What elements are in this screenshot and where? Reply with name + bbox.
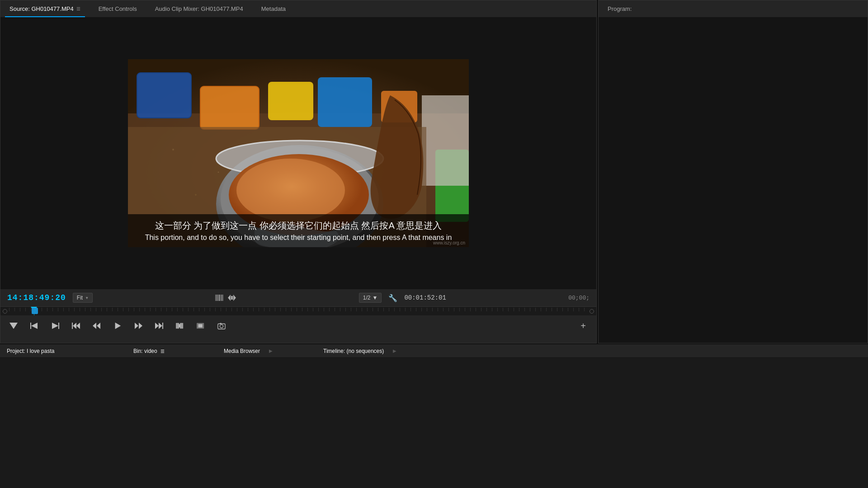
controls-bar: 14:18:49:20 Fit ▼ (0, 289, 596, 343)
timeline-panel: Timeline: (no sequences) ▶ (316, 344, 868, 488)
media-browser-expand-icon[interactable]: ▶ (269, 348, 273, 353)
tab-metadata[interactable]: Metadata (257, 0, 290, 17)
svg-marker-40 (139, 323, 142, 329)
duration-display: 00:01:52:01 (404, 294, 446, 301)
program-monitor-content (599, 18, 868, 343)
timecode-display[interactable]: 14:18:49:20 (7, 293, 66, 302)
wrench-icon[interactable]: 🔧 (388, 294, 397, 302)
project-tab[interactable]: Project: I love pasta (5, 348, 57, 354)
project-panel-body (0, 358, 127, 488)
media-browser-tab-bar: Media Browser ▶ (217, 344, 316, 358)
tab-effect-controls[interactable]: Effect Controls (94, 0, 142, 17)
source-tab-menu-icon[interactable]: ☰ (76, 6, 80, 11)
program-tab-bar: Program: (599, 0, 868, 18)
jump-to-out-button[interactable] (153, 319, 165, 332)
svg-marker-35 (76, 323, 80, 329)
fit-dropdown-arrow: ▼ (85, 296, 89, 300)
svg-marker-30 (31, 323, 38, 329)
svg-rect-45 (180, 323, 183, 329)
svg-marker-26 (233, 295, 236, 301)
timeline-expand-icon[interactable]: ▶ (393, 348, 396, 353)
project-panel: Project: I love pasta (0, 344, 127, 488)
timeline-tab[interactable]: Timeline: (no sequences) (321, 348, 386, 354)
play-button[interactable] (111, 319, 124, 332)
bin-tab-bar: Bin: video ☰ (127, 344, 217, 358)
svg-marker-32 (52, 323, 58, 329)
svg-rect-51 (220, 323, 222, 324)
svg-rect-8 (318, 77, 372, 127)
svg-rect-23 (219, 295, 220, 301)
go-to-in-button[interactable] (28, 319, 41, 332)
step-forward-button[interactable] (132, 319, 145, 332)
svg-rect-11 (422, 95, 469, 186)
add-button[interactable]: + (577, 319, 590, 332)
svg-rect-44 (176, 323, 179, 329)
bin-tab-label: Bin: video (133, 348, 157, 354)
mark-in-button[interactable] (7, 319, 20, 332)
audio-clip-mixer-label: Audio Clip Mixer: GH010477.MP4 (155, 5, 243, 12)
svg-rect-24 (220, 295, 223, 301)
fit-dropdown[interactable]: Fit ▼ (73, 293, 93, 303)
svg-rect-3 (137, 73, 191, 118)
svg-point-20 (218, 172, 219, 173)
timeline-body (316, 358, 868, 488)
source-tab-label: Source: GH010477.MP4 (9, 5, 74, 12)
bin-panel-body (127, 358, 217, 488)
go-to-out-button[interactable] (49, 319, 61, 332)
resolution-label: 1/2 (363, 295, 371, 301)
export-frame-button[interactable] (215, 319, 228, 332)
svg-marker-36 (93, 323, 96, 329)
resolution-dropdown[interactable]: 1/2 ▼ (359, 293, 382, 303)
insert-button[interactable] (174, 319, 186, 332)
resolution-arrow: ▼ (373, 295, 378, 301)
tick-marks-container (9, 308, 588, 311)
step-back-button[interactable] (90, 319, 103, 332)
jump-to-in-button[interactable] (70, 319, 82, 332)
watermark: www.iszy.org.cn (433, 240, 465, 245)
video-frame: 这一部分 为了做到这一点 你必须选择它们的起始点 然后按A 意思是进入 This… (128, 59, 469, 247)
svg-point-18 (236, 159, 345, 222)
bin-panel: Bin: video ☰ (127, 344, 217, 488)
svg-rect-48 (198, 324, 203, 327)
timeline-scrubber[interactable] (0, 306, 596, 315)
app-container: Source: GH010477.MP4 ☰ Effect Controls A… (0, 0, 868, 488)
top-panels: Source: GH010477.MP4 ☰ Effect Controls A… (0, 0, 868, 343)
svg-rect-29 (30, 323, 31, 329)
program-tab-label[interactable]: Program: (603, 5, 636, 12)
program-timecode: 00;00; (568, 295, 590, 301)
overwrite-button[interactable] (194, 319, 207, 332)
playhead-handle[interactable] (32, 308, 38, 314)
tab-bar: Source: GH010477.MP4 ☰ Effect Controls A… (0, 0, 596, 18)
bin-tab[interactable]: Bin: video ☰ (131, 348, 167, 354)
scrubber-track-container[interactable] (9, 307, 588, 315)
svg-point-21 (195, 194, 197, 196)
subtitle-overlay: 这一部分 为了做到这一点 你必须选择它们的起始点 然后按A 意思是进入 This… (128, 214, 469, 247)
subtitle-english: This portion, and to do so, you have to … (137, 234, 460, 242)
svg-rect-31 (58, 323, 59, 329)
svg-marker-42 (155, 323, 159, 329)
svg-rect-7 (268, 82, 313, 120)
tab-audio-clip-mixer[interactable]: Audio Clip Mixer: GH010477.MP4 (151, 0, 248, 17)
svg-marker-38 (115, 323, 121, 329)
svg-rect-33 (72, 323, 73, 329)
program-monitor-panel: Program: (598, 0, 868, 343)
media-browser-panel: Media Browser ▶ (217, 344, 316, 488)
tab-source[interactable]: Source: GH010477.MP4 ☰ (5, 0, 85, 17)
bin-menu-icon[interactable]: ☰ (160, 349, 165, 354)
media-browser-tab[interactable]: Media Browser (222, 348, 262, 354)
out-point-marker (590, 309, 594, 314)
transport-controls: + (0, 315, 596, 336)
svg-marker-34 (73, 323, 76, 329)
effect-controls-label: Effect Controls (99, 5, 137, 12)
subtitle-chinese: 这一部分 为了做到这一点 你必须选择它们的起始点 然后按A 意思是进入 (137, 220, 460, 232)
fit-label: Fit (77, 295, 83, 301)
video-preview-area: 这一部分 为了做到这一点 你必须选择它们的起始点 然后按A 意思是进入 This… (0, 18, 596, 289)
svg-rect-27 (231, 296, 233, 300)
media-browser-body (217, 358, 316, 488)
svg-rect-22 (215, 295, 218, 301)
source-monitor-panel: Source: GH010477.MP4 ☰ Effect Controls A… (0, 0, 597, 343)
button-segments-icon[interactable] (215, 293, 224, 302)
svg-point-50 (220, 324, 223, 328)
button-arrows-icon[interactable] (227, 293, 236, 302)
svg-marker-37 (97, 323, 100, 329)
